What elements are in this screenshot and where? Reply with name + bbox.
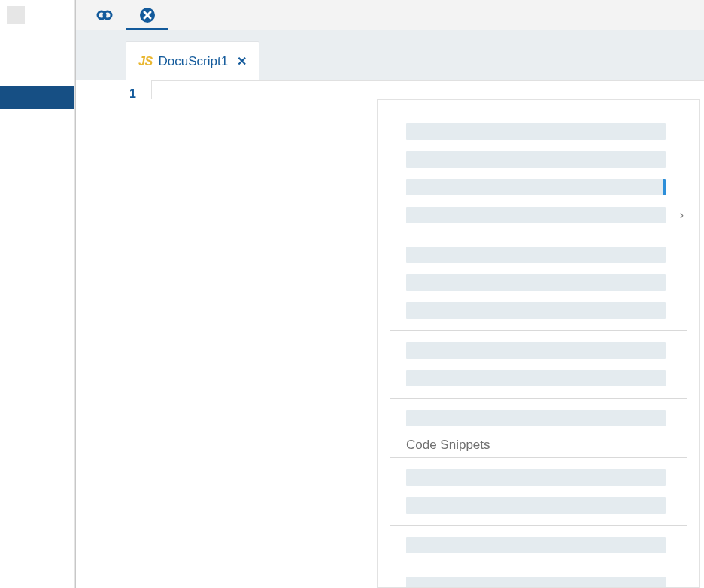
suggestion-item[interactable] [406, 342, 666, 359]
section-divider [390, 565, 687, 565]
sidebar [0, 0, 75, 588]
suggestion-item[interactable] [406, 247, 666, 263]
section-divider [390, 235, 687, 235]
line-number: 1 [76, 87, 136, 101]
suggestion-item[interactable] [406, 537, 666, 553]
file-tab-label: DocuScript1 [159, 54, 229, 69]
section-divider [390, 457, 687, 458]
chevron-right-icon: › [680, 208, 684, 222]
code-editor[interactable]: 1 › [76, 80, 704, 588]
terminate-icon [138, 6, 156, 24]
line-numbers: 1 [76, 80, 151, 588]
autocomplete-panel[interactable]: › Code Snippets [377, 99, 700, 588]
search-watch-button[interactable] [83, 0, 126, 30]
file-tabs: JS DocuScript1 ✕ [76, 30, 704, 80]
section-divider [390, 398, 687, 399]
section-divider [390, 525, 687, 526]
suggestion-item[interactable] [406, 274, 666, 291]
suggestion-item-expandable[interactable]: › [406, 207, 666, 223]
suggestion-item[interactable] [406, 179, 666, 195]
sidebar-selected-item[interactable] [0, 86, 74, 109]
svg-rect-2 [103, 14, 106, 16]
file-tab-docuscript1[interactable]: JS DocuScript1 ✕ [126, 41, 259, 80]
section-header: Code Snippets [406, 438, 687, 453]
file-type-badge: JS [138, 55, 153, 68]
suggestion-item[interactable] [406, 302, 666, 319]
suggestion-item[interactable] [406, 370, 666, 386]
close-tab-button[interactable]: ✕ [237, 54, 247, 68]
suggestion-item[interactable] [406, 151, 666, 168]
suggestion-item[interactable] [406, 497, 666, 514]
section-divider [390, 330, 687, 331]
active-line[interactable] [151, 80, 704, 99]
toolbar [76, 0, 704, 30]
binoculars-icon [96, 6, 114, 24]
suggestion-item[interactable] [406, 123, 666, 140]
suggestion-item[interactable] [406, 469, 666, 486]
terminate-button[interactable] [126, 0, 168, 30]
suggestion-item[interactable] [406, 410, 666, 426]
sidebar-toggle[interactable] [7, 6, 25, 24]
suggestion-item[interactable] [406, 577, 666, 588]
